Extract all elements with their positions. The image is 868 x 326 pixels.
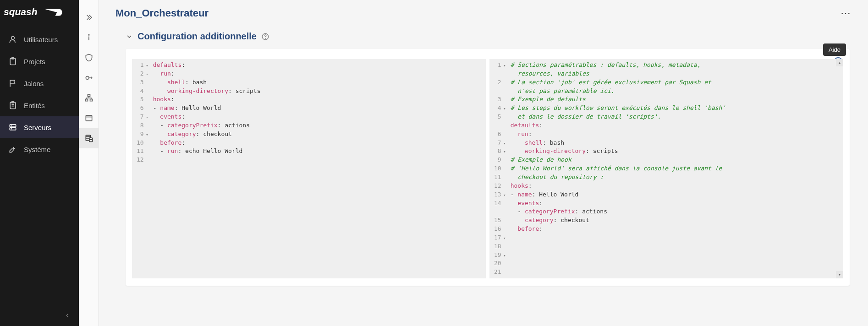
sidebar-item-systeme[interactable]: Système [0, 138, 79, 160]
secondary-rail [79, 0, 99, 326]
editor-gutter: 1▾ 2 34▾5 67▾8▾910111213▾14 151617▾1819▾… [489, 59, 509, 278]
editor-code[interactable]: defaults: run: shell: bash working-direc… [151, 59, 486, 278]
rail-info-button[interactable] [79, 27, 99, 48]
chevron-left-icon [64, 312, 71, 319]
help-circle-icon[interactable] [261, 33, 269, 41]
sidebar-item-label: Utilisateurs [24, 36, 58, 43]
more-button[interactable]: ⋯ [841, 7, 857, 19]
svg-rect-7 [10, 128, 16, 130]
editor-scrollbar[interactable]: ▴ ▾ [836, 59, 843, 278]
sidebar-item-label: Système [24, 146, 50, 153]
sidebar-item-utilisateurs[interactable]: Utilisateurs [0, 28, 79, 50]
svg-text:squash: squash [4, 6, 38, 17]
sidebar-collapse-button[interactable] [0, 307, 79, 326]
page-header: Mon_Orchestrateur ⋯ [99, 0, 868, 23]
rail-key-button[interactable] [79, 68, 99, 88]
page-title: Mon_Orchestrateur [115, 7, 209, 19]
sidebar-item-entites[interactable]: Entités [0, 94, 79, 116]
org-icon [84, 93, 93, 103]
key-icon [84, 73, 93, 82]
chevrons-right-icon [84, 13, 93, 22]
rail-window-button[interactable] [79, 108, 99, 128]
svg-rect-15 [90, 99, 92, 101]
svg-point-8 [11, 125, 11, 126]
rail-shield-button[interactable] [79, 48, 99, 68]
sidebar-item-label: Jalons [24, 80, 44, 87]
clipboard-list-icon [8, 101, 17, 110]
rail-expand-button[interactable] [79, 7, 99, 27]
svg-rect-16 [86, 115, 92, 121]
svg-point-20 [265, 38, 266, 38]
user-icon [8, 35, 17, 44]
config-panel: Aide 1▾2▾34567▾89▾101112 defaults: run: … [126, 49, 850, 286]
shield-icon [84, 53, 93, 62]
primary-sidebar: squash Utilisateurs Projets Jalons Entit… [0, 0, 79, 326]
brand-logo: squash [0, 0, 79, 28]
sidebar-item-label: Entités [24, 102, 45, 109]
server-icon [8, 123, 17, 132]
svg-rect-14 [85, 99, 88, 101]
flag-icon [8, 79, 17, 88]
chevron-down-icon[interactable] [126, 33, 133, 40]
scroll-up-button[interactable]: ▴ [836, 59, 843, 66]
sidebar-item-label: Projets [24, 58, 45, 65]
editor-gutter: 1▾2▾34567▾89▾101112 [132, 59, 151, 278]
window-icon [84, 114, 93, 123]
rail-org-button[interactable] [79, 88, 99, 108]
tooltip: Aide [823, 43, 846, 56]
section-header: Configuration additionnelle [126, 23, 850, 49]
wrench-icon [8, 145, 17, 154]
svg-rect-11 [88, 37, 89, 40]
main-content: Mon_Orchestrateur ⋯ Configuration additi… [99, 0, 868, 326]
rail-db-button[interactable] [79, 128, 99, 148]
svg-point-10 [88, 34, 89, 35]
scroll-down-button[interactable]: ▾ [836, 271, 843, 278]
svg-point-1 [11, 36, 15, 39]
sidebar-item-jalons[interactable]: Jalons [0, 72, 79, 94]
sidebar-item-projets[interactable]: Projets [0, 50, 79, 72]
svg-point-12 [86, 76, 89, 80]
section-title: Configuration additionnelle [137, 31, 257, 42]
info-icon [84, 33, 93, 42]
primary-nav: Utilisateurs Projets Jalons Entités Serv… [0, 28, 79, 307]
sidebar-item-label: Serveurs [24, 124, 51, 131]
svg-rect-13 [88, 95, 90, 97]
svg-point-9 [11, 129, 11, 129]
db-icon [84, 134, 93, 143]
config-editor-left[interactable]: 1▾2▾34567▾89▾101112 defaults: run: shell… [132, 59, 486, 278]
editor-code: # Sections paramétrables : defaults, hoo… [509, 59, 843, 278]
config-editor-right: 1▾ 2 34▾5 67▾8▾910111213▾14 151617▾1819▾… [489, 59, 843, 278]
clipboard-icon [8, 57, 17, 66]
sidebar-item-serveurs[interactable]: Serveurs [0, 116, 79, 138]
svg-rect-6 [10, 125, 16, 127]
